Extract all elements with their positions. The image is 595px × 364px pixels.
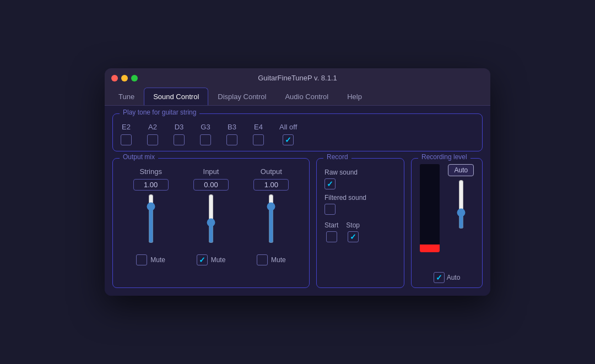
- record-stop-col: Stop: [346, 221, 360, 242]
- mixer-strings-slider[interactable]: [144, 194, 158, 243]
- play-tone-row: E2 A2 D3 G3: [121, 123, 474, 145]
- record-controls: Raw sound Filtered sound Start: [324, 169, 396, 242]
- record-section: Record Raw sound Filtered sound: [316, 158, 404, 288]
- mixer-output-label: Output: [261, 167, 282, 176]
- mixer-input-value[interactable]: 0.00: [193, 179, 229, 191]
- string-a2-label: A2: [148, 123, 157, 131]
- main-window: GuitarFineTuneP v. 8.1.1 Tune Sound Cont…: [105, 68, 490, 296]
- record-filtered-sound-label: Filtered sound: [324, 194, 366, 202]
- output-mix-section: Output mix Strings 1.00 Mute: [112, 158, 310, 288]
- mixer-strings-mute-row: Mute: [136, 254, 165, 265]
- mixer-output-mute-checkbox[interactable]: [257, 254, 268, 265]
- mixer-strings-mute-checkbox[interactable]: [136, 254, 147, 265]
- string-d3-label: D3: [175, 123, 184, 131]
- record-start-stop-row: Start Stop: [324, 221, 396, 242]
- string-e2-checkbox[interactable]: [121, 134, 132, 145]
- record-start-checkbox[interactable]: [326, 231, 337, 242]
- recording-level-slider[interactable]: [455, 180, 468, 229]
- recording-level-section: Recording level Auto: [411, 158, 483, 288]
- content-area: Play tone for guitar string E2 A2 D3: [105, 106, 490, 296]
- string-g3-checkbox[interactable]: [200, 134, 211, 145]
- mixer-output-mute-row: Mute: [257, 254, 286, 265]
- auto-bottom-row: Auto: [434, 272, 461, 283]
- string-e4-checkbox[interactable]: [253, 134, 264, 145]
- string-all-off-label: All off: [279, 123, 297, 131]
- level-controls-col: Auto: [448, 164, 474, 268]
- mixer-output-slider-container: [264, 194, 278, 249]
- level-slider-col: [455, 180, 468, 268]
- record-label: Record: [323, 153, 351, 161]
- record-stop-label: Stop: [346, 221, 360, 229]
- string-e4: E4: [253, 123, 264, 145]
- record-stop-checkbox[interactable]: [348, 231, 359, 242]
- level-meter: [420, 164, 440, 252]
- string-b3: B3: [226, 123, 237, 145]
- mixer-output-mute-label: Mute: [271, 256, 286, 264]
- output-mix-label: Output mix: [120, 153, 158, 161]
- string-e4-label: E4: [254, 123, 263, 131]
- auto-bottom-label: Auto: [447, 274, 461, 281]
- record-raw-sound-checkbox[interactable]: [324, 178, 336, 189]
- tab-tune[interactable]: Tune: [109, 88, 144, 105]
- tab-audio-control[interactable]: Audio Control: [275, 88, 338, 105]
- record-raw-sound: Raw sound: [324, 169, 396, 189]
- record-start-label: Start: [324, 221, 338, 229]
- string-e2-label: E2: [122, 123, 131, 131]
- string-a2-checkbox[interactable]: [147, 134, 158, 145]
- play-tone-section: Play tone for guitar string E2 A2 D3: [112, 113, 483, 151]
- close-button[interactable]: [111, 75, 118, 82]
- bottom-row: Output mix Strings 1.00 Mute: [112, 158, 483, 288]
- mixer-strings: Strings 1.00 Mute: [133, 167, 169, 265]
- string-g3-label: G3: [201, 123, 210, 131]
- level-red-indicator: [420, 245, 440, 252]
- record-start-col: Start: [324, 221, 338, 242]
- record-filtered-sound: Filtered sound: [324, 194, 396, 215]
- traffic-lights: [111, 75, 138, 82]
- mixer-input: Input 0.00 Mute: [193, 167, 229, 265]
- string-e2: E2: [121, 123, 132, 145]
- mixer-columns: Strings 1.00 Mute Input 0.00: [121, 167, 301, 265]
- mixer-strings-mute-label: Mute: [150, 256, 165, 264]
- mixer-input-mute-row: Mute: [197, 254, 226, 265]
- string-all-off: All off: [279, 123, 297, 145]
- mixer-strings-slider-container: [144, 194, 158, 249]
- record-filtered-sound-checkbox[interactable]: [324, 204, 336, 215]
- tab-help[interactable]: Help: [338, 88, 371, 105]
- tab-display-control[interactable]: Display Control: [208, 88, 275, 105]
- string-d3: D3: [174, 123, 185, 145]
- minimize-button[interactable]: [121, 75, 128, 82]
- auto-button[interactable]: Auto: [448, 164, 474, 176]
- play-tone-label: Play tone for guitar string: [120, 108, 199, 116]
- mixer-strings-label: Strings: [139, 167, 161, 176]
- level-top-row: Auto: [417, 164, 477, 268]
- mixer-input-mute-checkbox[interactable]: [197, 254, 208, 265]
- record-raw-sound-label: Raw sound: [324, 169, 358, 176]
- recording-level-label: Recording level: [418, 153, 470, 161]
- string-b3-label: B3: [228, 123, 236, 131]
- string-all-off-checkbox[interactable]: [283, 134, 294, 145]
- auto-checkbox[interactable]: [434, 272, 445, 283]
- level-fill: [420, 245, 440, 252]
- tab-bar: Tune Sound Control Display Control Audio…: [105, 88, 490, 106]
- mixer-output-slider[interactable]: [264, 194, 278, 243]
- string-b3-checkbox[interactable]: [226, 134, 237, 145]
- tab-sound-control[interactable]: Sound Control: [144, 88, 208, 105]
- mixer-output-value[interactable]: 1.00: [253, 179, 289, 191]
- string-d3-checkbox[interactable]: [174, 134, 185, 145]
- mixer-input-mute-label: Mute: [211, 256, 226, 264]
- string-a2: A2: [147, 123, 158, 145]
- mixer-input-slider[interactable]: [204, 194, 218, 243]
- mixer-input-slider-container: [204, 194, 218, 249]
- title-bar: GuitarFineTuneP v. 8.1.1: [105, 68, 490, 88]
- maximize-button[interactable]: [131, 75, 138, 82]
- string-g3: G3: [200, 123, 211, 145]
- window-title: GuitarFineTuneP v. 8.1.1: [258, 74, 337, 82]
- mixer-input-label: Input: [203, 167, 219, 176]
- mixer-output: Output 1.00 Mute: [253, 167, 289, 265]
- mixer-strings-value[interactable]: 1.00: [133, 179, 169, 191]
